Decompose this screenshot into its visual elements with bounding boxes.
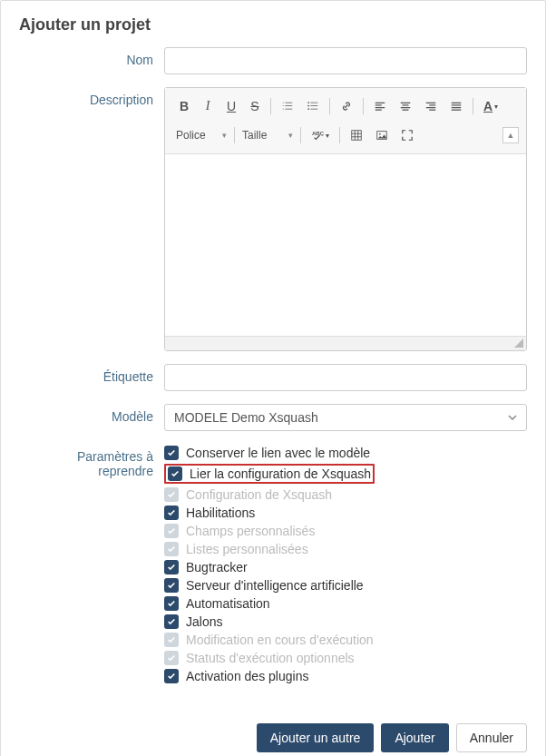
align-center-icon[interactable] — [394, 95, 417, 117]
param-label: Serveur d'intelligence artificielle — [186, 578, 364, 593]
dialog-footer: Ajouter un autre Ajouter Annuler — [1, 712, 545, 756]
maximize-icon[interactable] — [395, 124, 419, 146]
svg-rect-4 — [352, 131, 362, 141]
param-item: Conserver le lien avec le modèle — [164, 444, 527, 462]
image-icon[interactable] — [370, 124, 394, 146]
italic-icon[interactable]: I — [197, 95, 219, 117]
svg-point-2 — [307, 108, 309, 110]
ordered-list-icon[interactable] — [276, 95, 299, 117]
param-item: Jalons — [164, 613, 527, 631]
param-label: Bugtracker — [186, 560, 248, 574]
modele-label: Modèle — [19, 404, 164, 431]
param-item: Modification en cours d'exécution — [164, 631, 527, 649]
param-label: Automatisation — [186, 596, 270, 611]
param-label: Activation des plugins — [186, 669, 308, 683]
editor-textarea[interactable] — [165, 154, 526, 336]
checkbox[interactable] — [164, 578, 179, 593]
param-item: Bugtracker — [164, 558, 527, 576]
size-select-label: Taille — [242, 129, 267, 142]
link-icon[interactable] — [335, 95, 358, 117]
modele-select[interactable] — [164, 404, 527, 431]
editor-resize-handle[interactable] — [165, 336, 526, 350]
param-label: Champs personnalisés — [186, 524, 315, 538]
param-label: Jalons — [186, 614, 222, 629]
checkbox — [164, 633, 179, 647]
param-label: Configuration de Xsquash — [186, 487, 332, 502]
param-label: Lier la configuration de Xsquash — [190, 466, 371, 481]
params-label: Paramètres à reprendre — [19, 444, 164, 685]
text-color-icon[interactable]: A▾ — [478, 95, 503, 117]
size-select[interactable]: Taille ▾ — [239, 127, 297, 143]
font-select[interactable]: Police ▾ — [172, 127, 230, 143]
toolbar-collapse-icon[interactable]: ▲ — [502, 127, 519, 143]
param-item: Serveur d'intelligence artificielle — [164, 576, 527, 594]
param-item: Automatisation — [164, 594, 527, 613]
checkbox — [164, 487, 179, 502]
param-item: Listes personnalisées — [164, 540, 527, 558]
etiquette-input[interactable] — [164, 364, 527, 391]
checkbox[interactable] — [168, 466, 182, 481]
svg-text:ABÇ: ABÇ — [312, 130, 324, 136]
svg-point-6 — [379, 133, 381, 135]
align-right-icon[interactable] — [419, 95, 443, 117]
svg-point-1 — [307, 105, 309, 107]
param-item: Habilitations — [164, 504, 527, 522]
strike-icon[interactable]: S — [244, 95, 266, 117]
nom-input[interactable] — [164, 47, 527, 74]
param-label: Listes personnalisées — [186, 542, 308, 556]
checkbox[interactable] — [164, 614, 179, 629]
param-item: Lier la configuration de Xsquash — [164, 462, 527, 486]
rich-text-editor: B I U S — [164, 87, 527, 351]
param-label: Conserver le lien avec le modèle — [186, 446, 370, 460]
param-label: Statuts d'exécution optionnels — [186, 651, 355, 665]
bold-icon[interactable]: B — [173, 95, 195, 117]
add-another-button[interactable]: Ajouter un autre — [257, 723, 375, 752]
checkbox[interactable] — [164, 446, 179, 460]
checkbox[interactable] — [164, 669, 179, 683]
param-item: Configuration de Xsquash — [164, 486, 527, 504]
dialog-title: Ajouter un projet — [1, 1, 545, 47]
checkbox[interactable] — [164, 596, 179, 611]
align-justify-icon[interactable] — [444, 95, 468, 117]
align-left-icon[interactable] — [368, 95, 392, 117]
form: Nom Description B I U S — [1, 47, 545, 712]
svg-point-0 — [307, 102, 309, 103]
param-item: Statuts d'exécution optionnels — [164, 649, 527, 667]
checkbox — [164, 651, 179, 665]
spellcheck-icon[interactable]: ABÇ ▾ — [306, 124, 335, 146]
checkbox — [164, 524, 179, 538]
checkbox — [164, 542, 179, 556]
table-icon[interactable] — [345, 124, 368, 146]
editor-toolbar: B I U S — [165, 88, 526, 154]
etiquette-label: Étiquette — [19, 364, 164, 391]
checkbox[interactable] — [164, 506, 179, 520]
param-label: Modification en cours d'exécution — [186, 633, 374, 647]
highlighted-param: Lier la configuration de Xsquash — [164, 464, 375, 484]
add-project-dialog: Ajouter un projet Nom Description B I U … — [0, 0, 546, 756]
checkbox[interactable] — [164, 560, 179, 574]
nom-label: Nom — [19, 47, 164, 74]
cancel-button[interactable]: Annuler — [456, 723, 527, 752]
param-label: Habilitations — [186, 506, 255, 520]
description-label: Description — [19, 87, 164, 351]
params-checklist: Conserver le lien avec le modèleLier la … — [164, 444, 527, 685]
param-item: Champs personnalisés — [164, 522, 527, 540]
unordered-list-icon[interactable] — [301, 95, 325, 117]
add-button[interactable]: Ajouter — [381, 723, 448, 752]
param-item: Activation des plugins — [164, 667, 527, 685]
font-select-label: Police — [176, 129, 206, 142]
underline-icon[interactable]: U — [220, 95, 242, 117]
